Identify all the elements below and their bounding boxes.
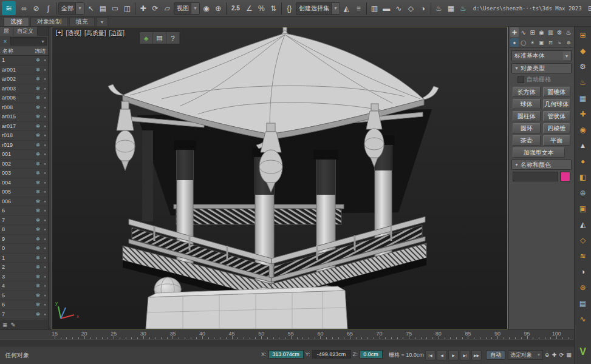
strip-tool-icon-13[interactable]: ◭ [577,218,589,231]
layer-row[interactable]: 5❄● [0,291,48,301]
curve-editor-icon[interactable]: ∿ [393,2,405,15]
freeze-icon[interactable]: ❄ [34,264,42,270]
cameras-category[interactable]: ▣ [538,38,546,47]
layer-row[interactable]: 1❄● [0,254,48,263]
help-tool-button[interactable]: ? [166,32,180,44]
align-icon[interactable]: ≡ [353,2,364,15]
object-button-11[interactable]: 加强型文本 [513,147,565,158]
previous-frame-button[interactable]: ◀ [437,350,447,360]
spinner-snap-icon[interactable]: ⇅ [268,2,279,15]
systems-category[interactable]: ⊛ [564,38,573,47]
layer-row[interactable]: r018❄● [0,131,48,141]
play-button[interactable]: ▶ [448,350,459,360]
explorer-tab-custom[interactable]: 自定义 [13,27,38,36]
scene-explorer-toggle-icon[interactable]: ▥ [369,2,380,15]
layer-row[interactable]: 0❄● [0,244,48,254]
forest-tool-button[interactable]: ♣ [140,32,153,44]
subcategory-dropdown[interactable]: 标准基本体 ▼ [511,50,572,61]
layer-row[interactable]: ar017❄● [0,122,48,132]
name-color-rollout[interactable]: ▼ 名称和颜色 [511,160,572,170]
visibility-dot-icon[interactable]: ● [42,87,48,90]
display-tab[interactable]: ▥ [546,27,555,37]
go-to-start-button[interactable]: |◀ [425,350,436,360]
next-frame-button[interactable]: ▶| [460,350,470,360]
visibility-dot-icon[interactable]: ● [42,124,48,128]
layer-row[interactable]: 6❄● [0,206,48,216]
ribbon-overflow-dropdown[interactable]: ▼ [96,17,108,26]
scale-icon[interactable]: ▱ [162,2,173,15]
zoom-icon[interactable]: ⊕ [544,350,550,359]
create-tab[interactable]: ✚ [510,27,519,37]
notes-tool-button[interactable]: ▤ [153,32,166,44]
visibility-dot-icon[interactable]: ● [42,190,48,194]
z-coord-field[interactable]: 0.0cm [360,350,383,359]
visibility-dot-icon[interactable]: ● [42,133,48,137]
ribbon-tab-object-paint[interactable]: 对象绘制 [30,17,68,26]
selection-set-dropdown[interactable]: 选定对象 ▼ [508,350,543,360]
strip-tool-icon-15[interactable]: ≋ [577,250,589,262]
select-by-name-icon[interactable]: ▤ [97,2,109,15]
visibility-dot-icon[interactable]: ● [42,294,48,297]
strip-tool-icon-18[interactable]: ▤ [577,297,589,309]
schematic-view-icon[interactable]: ◇ [405,2,417,15]
freeze-icon[interactable]: ❄ [34,292,42,298]
strip-tool-icon-9[interactable]: ● [577,155,589,167]
visibility-dot-icon[interactable]: ● [42,275,48,278]
object-button-9[interactable]: 茶壶 [513,135,541,146]
object-button-7[interactable]: 圆环 [513,123,541,133]
freeze-icon[interactable]: ❄ [34,207,42,214]
geometry-category[interactable]: ● [510,38,519,47]
layer-row[interactable]: ar001❄● [0,66,48,75]
rotate-icon[interactable]: ⟳ [149,2,161,15]
visibility-dot-icon[interactable]: ● [42,77,48,81]
freeze-icon[interactable]: ❄ [34,311,42,317]
strip-tool-icon-14[interactable]: ◇ [577,234,589,246]
visibility-dot-icon[interactable]: ● [42,303,48,306]
layer-row[interactable]: 002❄● [0,160,48,169]
layer-row[interactable]: 6❄● [0,300,48,310]
visibility-dot-icon[interactable]: ● [42,237,48,241]
visibility-dot-icon[interactable]: ● [42,162,48,166]
selection-filter-dropdown[interactable]: 全部▼ [58,2,84,15]
color-swatch[interactable] [560,172,570,181]
freeze-icon[interactable]: ❄ [34,170,42,176]
freeze-icon[interactable]: ❄ [34,245,42,251]
modify-tab[interactable]: ∿ [519,27,528,37]
layer-row[interactable]: 4❄● [0,281,48,291]
layer-row[interactable]: ar002❄● [0,75,48,84]
layer-row[interactable]: 2❄● [0,263,48,272]
object-button-5[interactable]: 圆柱体 [513,111,541,121]
layer-row[interactable]: 8❄● [0,225,48,235]
freeze-icon[interactable]: ❄ [34,283,42,289]
shapes-category[interactable]: ◯ [519,38,528,47]
max-logo[interactable]: ≋ [2,1,16,15]
rendered-frame-icon[interactable]: ▦ [445,2,457,15]
freeze-icon[interactable]: ❄ [34,57,42,63]
strip-tool-icon-3[interactable]: ⚙ [577,61,589,73]
angle-snap-icon[interactable]: ∠ [244,2,255,15]
freeze-icon[interactable]: ❄ [34,67,42,73]
clear-filter-icon[interactable]: × [1,38,9,45]
column-header-freeze[interactable]: 冻结 [32,47,48,55]
layer-row[interactable]: ar015❄● [0,112,48,122]
utilities-tab[interactable]: ⚙ [555,27,564,37]
visibility-dot-icon[interactable]: ● [42,152,48,156]
back-column[interactable] [142,130,153,221]
visibility-dot-icon[interactable]: ● [42,58,48,62]
freeze-icon[interactable]: ❄ [34,189,42,195]
maximize-viewport-icon[interactable]: ▦ [565,350,572,359]
layer-row[interactable]: 9❄● [0,235,48,244]
visibility-dot-icon[interactable]: ● [42,96,48,99]
object-type-rollout[interactable]: ▼ 对象类型 [511,63,572,73]
layer-row[interactable]: ar003❄● [0,84,48,94]
layer-row[interactable]: 004❄● [0,178,48,188]
named-selection-sets-dropdown[interactable]: 创建选择集▼ [296,2,340,15]
layer-row[interactable]: 1❄● [0,56,48,66]
visibility-dot-icon[interactable]: ● [42,228,48,231]
x-coord-field[interactable]: 313.074cm [268,350,304,359]
visibility-dot-icon[interactable]: ● [42,68,48,72]
freeze-icon[interactable]: ❄ [34,104,42,110]
freeze-icon[interactable]: ❄ [34,142,42,148]
vray-logo[interactable]: V [577,346,589,358]
select-and-link-icon[interactable]: ∞ [18,2,30,15]
